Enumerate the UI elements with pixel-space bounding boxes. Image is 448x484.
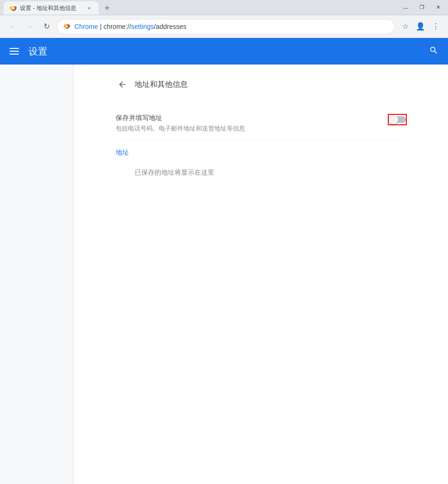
svg-point-1 bbox=[12, 7, 15, 9]
setting-desc: 包括电话号码、电子邮件地址和送货地址等信息 bbox=[116, 124, 381, 133]
hamburger-line3 bbox=[9, 54, 19, 55]
window-controls: — ❐ ✕ bbox=[400, 3, 444, 12]
tab-favicon bbox=[9, 4, 17, 12]
active-tab[interactable]: 设置 - 地址和其他信息 × bbox=[4, 1, 99, 15]
url-settings: settings bbox=[131, 23, 154, 30]
main-layout: 地址和其他信息 保存并填写地址 包括电话号码、电子邮件地址和送货地址等信息 地址 bbox=[0, 65, 448, 484]
url-text: Chrome | chrome://settings/addresses bbox=[74, 23, 186, 30]
back-header: 地址和其他信息 bbox=[116, 74, 406, 95]
svg-point-3 bbox=[66, 26, 68, 28]
setting-text: 保存并填写地址 包括电话号码、电子邮件地址和送货地址等信息 bbox=[116, 114, 381, 133]
search-button[interactable] bbox=[427, 44, 440, 59]
toggle-thumb bbox=[389, 115, 398, 124]
bookmark-button[interactable]: ☆ bbox=[399, 20, 412, 33]
back-nav-button[interactable] bbox=[116, 78, 129, 91]
tab-strip: 设置 - 地址和其他信息 × + bbox=[4, 0, 114, 15]
back-button[interactable]: ← bbox=[6, 20, 19, 33]
sidebar bbox=[0, 65, 73, 484]
url-brand: Chrome bbox=[74, 23, 98, 30]
content-area: 地址和其他信息 保存并填写地址 包括电话号码、电子邮件地址和送货地址等信息 地址 bbox=[73, 65, 448, 484]
forward-button[interactable]: → bbox=[23, 20, 36, 33]
url-path: /addresses bbox=[154, 23, 186, 30]
close-button[interactable]: ✕ bbox=[432, 3, 444, 12]
app-header: 设置 bbox=[0, 38, 448, 65]
url-separator: | chrome:// bbox=[98, 23, 131, 30]
profile-button[interactable]: 👤 bbox=[414, 20, 427, 33]
minimize-button[interactable]: — bbox=[400, 3, 412, 12]
app-title: 设置 bbox=[28, 45, 47, 58]
title-bar: 设置 - 地址和其他信息 × + — ❐ ✕ bbox=[0, 0, 448, 15]
new-tab-button[interactable]: + bbox=[101, 1, 114, 15]
address-section-header: 地址 bbox=[116, 141, 406, 161]
restore-button[interactable]: ❐ bbox=[416, 3, 428, 12]
empty-state-text: 已保存的地址将显示在这里 bbox=[135, 168, 214, 176]
url-bar[interactable]: Chrome | chrome://settings/addresses bbox=[57, 19, 395, 34]
address-save-toggle[interactable] bbox=[389, 115, 406, 124]
address-actions: ☆ 👤 ⋮ bbox=[399, 20, 442, 33]
hamburger-line2 bbox=[9, 51, 19, 52]
page-title: 地址和其他信息 bbox=[135, 80, 188, 90]
hamburger-line1 bbox=[9, 48, 19, 49]
address-bar: ← → ↻ Chrome | chrome://settings/address… bbox=[0, 15, 448, 38]
empty-state: 已保存的地址将显示在这里 bbox=[116, 161, 406, 185]
setting-label: 保存并填写地址 bbox=[116, 114, 381, 122]
tab-title: 设置 - 地址和其他信息 bbox=[20, 4, 76, 12]
reload-button[interactable]: ↻ bbox=[40, 20, 53, 33]
menu-button[interactable]: ⋮ bbox=[429, 20, 442, 33]
section-title: 地址 bbox=[116, 149, 129, 156]
hamburger-menu[interactable] bbox=[8, 46, 21, 56]
address-save-setting-row: 保存并填写地址 包括电话号码、电子邮件地址和送货地址等信息 bbox=[116, 106, 406, 141]
tab-close-button[interactable]: × bbox=[85, 4, 93, 12]
settings-page: 地址和其他信息 保存并填写地址 包括电话号码、电子邮件地址和送货地址等信息 地址 bbox=[104, 65, 417, 194]
